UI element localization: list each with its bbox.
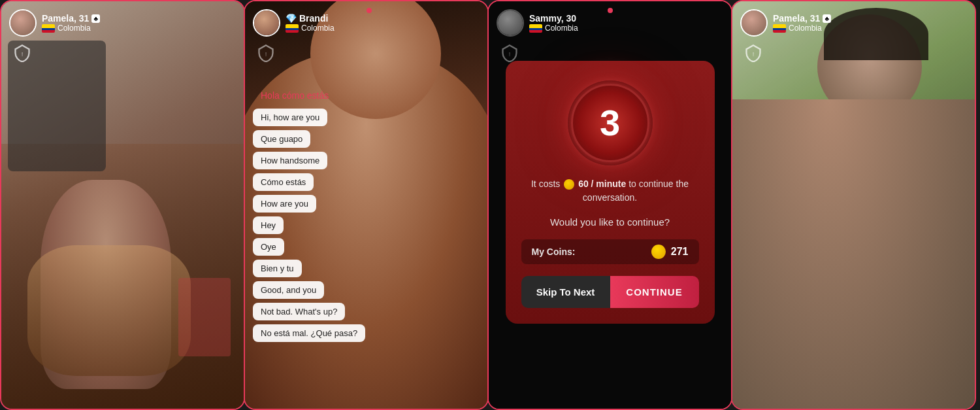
chat-message-11[interactable]: No está mal. ¿Qué pasa? bbox=[253, 324, 365, 342]
cost-text: It costs 60 / minute to continue the con… bbox=[521, 177, 699, 205]
panel-countdown: Sammy, 30 Colombia ! bbox=[487, 0, 732, 410]
cost-amount: 60 / minute bbox=[578, 179, 626, 189]
shield-icon-panel1: ! bbox=[13, 44, 31, 62]
user-name-panel4: Pamela, 31 bbox=[773, 13, 820, 24]
diamond-icon-panel2: 💎 bbox=[286, 13, 297, 24]
user-bar-panel3: Sammy, 30 Colombia bbox=[497, 9, 578, 37]
flag-panel4 bbox=[773, 24, 786, 33]
country-panel2: Colombia bbox=[301, 24, 335, 33]
country-panel1: Colombia bbox=[57, 24, 91, 33]
user-name-panel2: Brandi bbox=[299, 13, 328, 24]
countdown-card: 3 It costs 60 / minute to continue the c… bbox=[506, 61, 715, 324]
chat-message-2[interactable]: Que guapo bbox=[253, 130, 310, 148]
chat-message-10[interactable]: Not bad. What's up? bbox=[253, 303, 345, 320]
chat-message-6[interactable]: Hey bbox=[253, 216, 284, 234]
user-name-panel1: Pamela, 31 bbox=[42, 13, 89, 24]
chat-message-9[interactable]: Good, and you bbox=[253, 281, 324, 299]
coins-amount: 271 bbox=[671, 246, 689, 258]
panel-left-video: Pamela, 31 ♣ Colombia ! bbox=[0, 0, 245, 410]
club-icon-panel4: ♣ bbox=[823, 14, 831, 23]
question-text: Would you like to continue? bbox=[550, 216, 670, 228]
country-panel3: Colombia bbox=[545, 24, 578, 33]
coins-row: My Coins: 271 bbox=[521, 239, 699, 264]
shield-icon-panel3: ! bbox=[500, 44, 519, 65]
skip-button[interactable]: Skip To Next bbox=[521, 276, 610, 308]
countdown-number: 3 bbox=[600, 101, 620, 144]
user-bar-panel4: Pamela, 31 ♣ Colombia bbox=[740, 9, 831, 37]
shield-icon-panel2: ! bbox=[257, 44, 275, 62]
chat-message-0: Hola cómo estás bbox=[253, 86, 336, 105]
coin-icon-balance bbox=[651, 245, 666, 259]
red-dot-panel3 bbox=[608, 8, 613, 13]
cost-prefix: It costs bbox=[531, 179, 560, 189]
user-bar-panel1: Pamela, 31 ♣ Colombia bbox=[9, 9, 100, 37]
user-info-panel1: Pamela, 31 ♣ Colombia bbox=[42, 13, 100, 33]
svg-text:!: ! bbox=[509, 51, 511, 58]
avatar-panel3 bbox=[497, 9, 524, 37]
my-coins-label: My Coins: bbox=[532, 247, 646, 257]
country-panel4: Colombia bbox=[789, 24, 822, 33]
coin-icon-cost bbox=[564, 179, 574, 190]
flag-panel1 bbox=[42, 24, 55, 33]
avatar-panel2 bbox=[253, 9, 280, 37]
avatar-panel4 bbox=[740, 9, 768, 37]
shield-icon-panel4: ! bbox=[744, 44, 762, 62]
chat-messages: Hola cómo estás Hi, how are you Que guap… bbox=[253, 86, 480, 342]
chat-message-1[interactable]: Hi, how are you bbox=[253, 109, 327, 126]
svg-text:!: ! bbox=[22, 51, 24, 58]
flag-panel2 bbox=[286, 24, 299, 33]
avatar-panel1 bbox=[9, 9, 37, 37]
user-info-panel4: Pamela, 31 ♣ Colombia bbox=[773, 13, 831, 33]
chat-message-8[interactable]: Bien y tu bbox=[253, 260, 302, 277]
panel-right-video: Pamela, 31 ♣ Colombia ! bbox=[731, 0, 976, 410]
red-dot-panel2 bbox=[367, 8, 372, 13]
flag-panel3 bbox=[529, 24, 542, 33]
user-name-panel3: Sammy, 30 bbox=[529, 13, 576, 24]
club-icon-panel1: ♣ bbox=[91, 14, 100, 23]
countdown-circle: 3 bbox=[568, 80, 653, 165]
user-info-panel3: Sammy, 30 Colombia bbox=[529, 13, 578, 33]
user-bar-panel2: 💎 Brandi Colombia bbox=[253, 9, 335, 37]
chat-message-4[interactable]: Cómo estás bbox=[253, 173, 314, 191]
chat-message-7[interactable]: Oye bbox=[253, 238, 284, 256]
action-buttons: Skip To Next CONTINUE bbox=[521, 276, 699, 308]
svg-text:!: ! bbox=[265, 51, 267, 58]
user-info-panel2: 💎 Brandi Colombia bbox=[286, 13, 335, 33]
chat-message-3[interactable]: How handsome bbox=[253, 152, 327, 169]
panel-chat-video: 💎 Brandi Colombia ! bbox=[244, 0, 489, 410]
continue-button[interactable]: CONTINUE bbox=[610, 276, 699, 308]
chat-message-5[interactable]: How are you bbox=[253, 195, 316, 213]
svg-text:!: ! bbox=[753, 51, 755, 58]
